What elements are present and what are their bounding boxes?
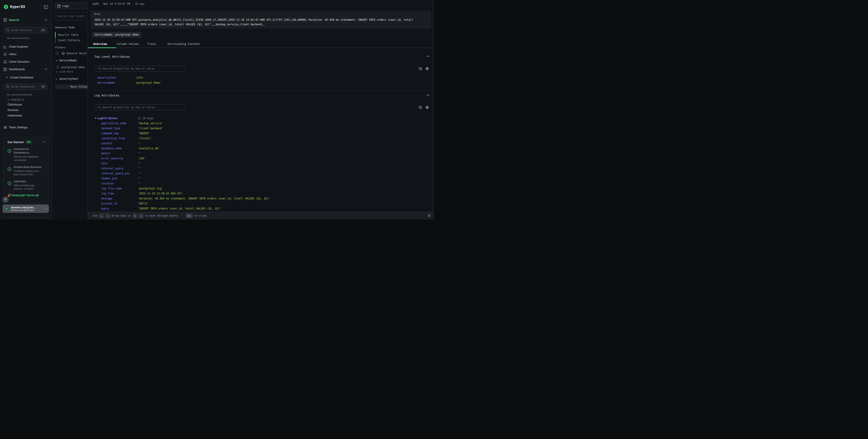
attribute-key[interactable]: context [101,142,112,145]
attribute-value[interactable]: "backup_service" [138,122,163,125]
attribute-key[interactable]: database_name [101,147,122,150]
user-menu[interactable]: D dominic.tran@clic... dominic.tran@clic… [2,205,49,213]
attribute-row[interactable]: connection_from"[local]" [88,137,430,142]
attribute-key[interactable]: command_tag [101,132,119,135]
attribute-row[interactable]: error_severity"LOG" [88,157,430,162]
attribute-value[interactable]: "[local]" [138,137,152,140]
attribute-key[interactable]: leader_pid [101,177,117,180]
chevron-up-icon[interactable] [45,19,48,21]
attribute-value[interactable]: "postgresql-demo" [135,81,162,84]
attribute-key[interactable]: message [101,197,112,200]
scrollbar-track[interactable] [432,0,434,212]
chevron-up-icon[interactable] [43,141,45,143]
top-attributes-search[interactable] [96,66,186,71]
sidebar-item-client-sessions[interactable]: Client Sessions [0,59,52,65]
attribute-row[interactable]: process_id"88711" [88,202,430,207]
attribute-key[interactable]: location [101,182,114,185]
attribute-value[interactable]: "info" [135,76,144,79]
chevron-up-icon[interactable] [427,55,429,57]
tab-overview[interactable]: Overview [93,42,107,45]
sidebar-item-chart-explorer[interactable]: Chart Explorer [0,44,52,50]
attribute-value[interactable]: "postgresql.log" [138,187,163,190]
tab-surrounding-context[interactable]: Surrounding Context [167,42,200,45]
attribute-row[interactable]: location"" [88,182,430,187]
log-attributes-search-input[interactable] [102,106,184,109]
collapse-sidebar-icon[interactable] [44,5,48,9]
attribute-key[interactable]: hint [101,162,107,165]
sidebar-item-team-settings[interactable]: Team Settings [0,125,52,130]
attribute-row[interactable]: context"" [88,142,430,147]
top-attributes-search-input[interactable] [102,67,184,70]
load-more-button[interactable]: Load more [56,70,84,74]
attribute-key[interactable]: SeverityText [97,76,116,79]
attribute-row[interactable]: ServiceName"postgresql-demo" [88,81,430,86]
attribute-row[interactable]: database_name"analytics_db" [88,147,430,152]
service-checkbox[interactable] [56,66,59,69]
attribute-key[interactable]: log.file.name [101,187,122,190]
gear-icon[interactable] [425,67,429,70]
product-updates-card[interactable]: Product updates [6,217,49,220]
attribute-value[interactable]: "88711" [138,202,149,205]
attribute-row[interactable]: log.file.name"postgresql.log" [88,187,430,192]
logattributes-root-key[interactable]: LogAttributes [97,117,118,120]
attribute-row[interactable]: internal_query"" [88,167,430,172]
create-dashboard-button[interactable]: + Create Dashboard [0,75,52,80]
attribute-value[interactable]: "" [138,167,141,170]
attribute-row[interactable]: detail"" [88,152,430,157]
attribute-key[interactable]: ServiceName [97,81,115,84]
attribute-value[interactable]: "" [138,172,141,175]
preset-item-kubernetes[interactable]: Kubernetes [7,114,22,117]
sidebar-item-search[interactable]: Search [0,17,52,23]
attribute-key[interactable]: query [101,207,109,210]
preset-item-clickhouse[interactable]: ClickHouse [7,103,22,106]
attribute-value[interactable]: "" [138,182,141,185]
attribute-row[interactable]: SeverityText"info" [88,76,430,81]
chevron-up-icon[interactable] [427,94,429,96]
attribute-value[interactable]: "2025-11-10 23:59:47.000 UTC" [138,192,184,195]
attribute-key[interactable]: application_name [101,122,126,125]
servicename-tag[interactable]: ServiceName: postgresql-demo [92,32,141,37]
attribute-value[interactable]: "LOG" [138,157,146,160]
attribute-row[interactable]: backend_type"client backend" [88,127,430,132]
logattributes-root-row[interactable]: ▼LogAttributes {} 28 keys [95,117,118,122]
presets-toggle[interactable]: PRESETS [0,98,52,102]
gear-icon[interactable] [425,105,429,109]
attribute-key[interactable]: internal_query [101,167,123,170]
sidebar-item-alerts[interactable]: Alerts [0,52,52,57]
attribute-row[interactable]: message"duration: 45.950 ms statement: I… [88,197,430,202]
attribute-row[interactable]: application_name"backup_service" [88,122,430,127]
attribute-value[interactable]: "INSERT" [138,132,150,135]
attribute-row[interactable]: query"INSERT INTO orders (user_id, total… [88,207,430,212]
attribute-value[interactable]: "client backend" [138,127,163,130]
attribute-row[interactable]: leader_pid"" [88,177,430,182]
attribute-value[interactable]: "duration: 45.950 ms statement: INSERT I… [138,197,270,200]
denoise-checkbox[interactable] [56,52,59,55]
mode-results-table[interactable]: Results Table [55,32,79,38]
log-attributes-search[interactable] [96,104,186,110]
wrap-lines-icon[interactable] [418,67,422,70]
attribute-value[interactable]: "" [138,152,141,155]
attribute-key[interactable]: error_severity [101,157,123,160]
attribute-row[interactable]: log_time"2025-11-10 23:59:47.000 UTC" [88,192,430,197]
attribute-row[interactable]: internal_query_pos"" [88,172,430,177]
attribute-value[interactable]: "" [138,177,141,180]
chevron-up-icon[interactable] [45,68,48,70]
attribute-key[interactable]: connection_from [101,137,125,140]
attribute-value[interactable]: "analytics_db" [138,147,160,150]
body-text[interactable]: 2025-11-10 23:59:47.000 UTC,postgres,ana… [94,18,427,27]
attribute-row[interactable]: command_tag"INSERT" [88,132,430,137]
attribute-key[interactable]: internal_query_pos [101,172,130,175]
preset-item-services[interactable]: Services [7,108,19,112]
attribute-key[interactable]: backend_type [101,127,120,130]
help-button[interactable]: ? [2,196,9,203]
saved-searches-input[interactable]: Saved Searches ⌘K [4,27,48,33]
attribute-key[interactable]: log_time [101,192,114,195]
attribute-value[interactable]: "" [138,162,141,165]
saved-dashboards-input[interactable]: Saved Dashboards ⌘K [4,84,48,90]
tab-column-values[interactable]: Column Values [117,42,139,45]
attribute-value[interactable]: "" [138,142,141,145]
tab-trace[interactable]: Trace [147,42,156,45]
mode-event-patterns[interactable]: Event Patterns [55,38,80,43]
attribute-row[interactable]: hint"" [88,162,430,167]
attribute-key[interactable]: process_id [101,202,117,205]
